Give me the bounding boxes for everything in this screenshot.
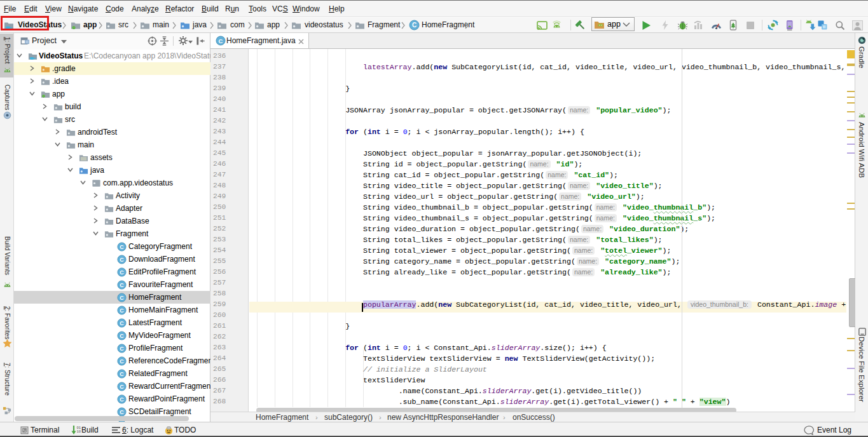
svg-text:C: C (120, 269, 124, 276)
svg-text:C: C (219, 37, 223, 44)
svg-text:C: C (120, 358, 124, 365)
svg-text:C: C (412, 22, 417, 29)
svg-text:C: C (120, 371, 124, 377)
svg-text:C: C (120, 282, 124, 288)
svg-text:C: C (120, 257, 124, 263)
svg-text:C: C (120, 244, 124, 250)
svg-text:C: C (120, 307, 124, 314)
svg-text:C: C (120, 295, 124, 301)
svg-text:C: C (120, 384, 124, 390)
svg-text:C: C (120, 333, 124, 339)
svg-text:10: 10 (77, 429, 81, 434)
svg-text:C: C (120, 409, 124, 415)
svg-text:C: C (120, 320, 124, 326)
svg-text:C: C (120, 346, 124, 352)
svg-text:C: C (120, 396, 124, 403)
